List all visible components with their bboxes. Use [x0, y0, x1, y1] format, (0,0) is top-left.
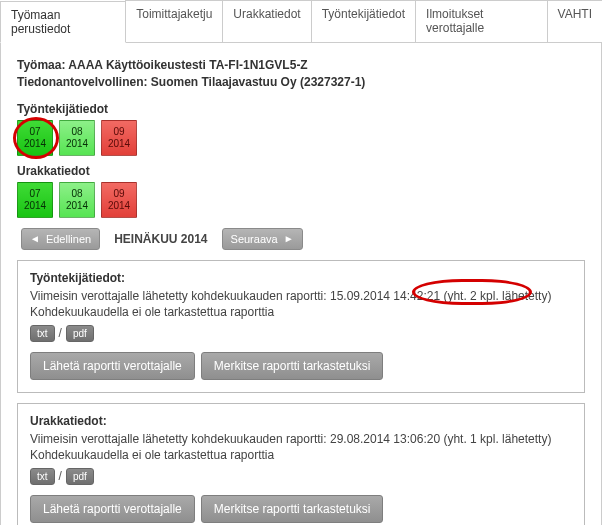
tab-0[interactable]: Työmaan perustiedot — [0, 1, 126, 43]
box-line-2: Kohdekuukaudella ei ole tarkastettua rap… — [30, 448, 572, 462]
pdf-button[interactable]: pdf — [66, 468, 94, 485]
txt-button[interactable]: txt — [30, 468, 55, 485]
month-tile[interactable]: 072014 — [17, 120, 53, 156]
mark-reviewed-button[interactable]: Merkitse raportti tarkastetuksi — [201, 495, 384, 523]
current-month: HEINÄKUU 2014 — [114, 232, 207, 246]
box-line-2: Kohdekuukaudella ei ole tarkastettua rap… — [30, 305, 572, 319]
sent-count: yht. 2 kpl. lähetetty — [447, 289, 547, 303]
tile-month: 07 — [29, 127, 40, 137]
pdf-button[interactable]: pdf — [66, 325, 94, 342]
month-tile[interactable]: 082014 — [59, 182, 95, 218]
line-pre: Viimeisin verottajalle lähetetty kohdeku… — [30, 289, 447, 303]
worker-section-label: Työntekijätiedot — [17, 102, 585, 116]
tab-4[interactable]: Ilmoitukset verottajalle — [415, 0, 547, 42]
tile-month: 09 — [113, 127, 124, 137]
month-nav: ◄ Edellinen HEINÄKUU 2014 Seuraava ► — [21, 228, 585, 250]
site-title: Työmaa: AAAA Käyttöoikeustesti TA-FI-1N1… — [17, 57, 585, 74]
month-tile[interactable]: 082014 — [59, 120, 95, 156]
box-title: Työntekijätiedot: — [30, 271, 572, 285]
send-report-button[interactable]: Lähetä raportti verottajalle — [30, 495, 195, 523]
tile-year: 2014 — [24, 201, 46, 211]
line-post: ) — [547, 289, 551, 303]
tab-1[interactable]: Toimittajaketju — [125, 0, 223, 42]
box-title: Urakkatiedot: — [30, 414, 572, 428]
tab-bar: Työmaan perustiedotToimittajaketjuUrakka… — [0, 0, 602, 43]
box-line-1: Viimeisin verottajalle lähetetty kohdeku… — [30, 289, 572, 303]
month-tile[interactable]: 092014 — [101, 182, 137, 218]
next-button[interactable]: Seuraava ► — [222, 228, 303, 250]
main-panel: Työmaa: AAAA Käyttöoikeustesti TA-FI-1N1… — [0, 43, 602, 525]
tile-year: 2014 — [66, 201, 88, 211]
contract-tiles: 072014082014092014 — [17, 182, 585, 218]
send-report-button[interactable]: Lähetä raportti verottajalle — [30, 352, 195, 380]
txt-button[interactable]: txt — [30, 325, 55, 342]
box-line-1: Viimeisin verottajalle lähetetty kohdeku… — [30, 432, 572, 446]
format-row: txt / pdf — [30, 325, 572, 342]
slash-icon: / — [59, 326, 62, 340]
tile-month: 09 — [113, 189, 124, 199]
tile-month: 08 — [71, 127, 82, 137]
month-tile[interactable]: 072014 — [17, 182, 53, 218]
slash-icon: / — [59, 469, 62, 483]
tile-year: 2014 — [108, 201, 130, 211]
report-box-1: Urakkatiedot:Viimeisin verottajalle lähe… — [17, 403, 585, 525]
site-header: Työmaa: AAAA Käyttöoikeustesti TA-FI-1N1… — [17, 57, 585, 92]
chevron-right-icon: ► — [284, 233, 294, 244]
worker-tiles: 072014082014092014 — [17, 120, 585, 156]
tile-year: 2014 — [108, 139, 130, 149]
mark-reviewed-button[interactable]: Merkitse raportti tarkastetuksi — [201, 352, 384, 380]
prev-label: Edellinen — [46, 233, 91, 245]
month-tile[interactable]: 092014 — [101, 120, 137, 156]
format-row: txt / pdf — [30, 468, 572, 485]
tile-year: 2014 — [66, 139, 88, 149]
tile-month: 07 — [29, 189, 40, 199]
report-box-0: Työntekijätiedot:Viimeisin verottajalle … — [17, 260, 585, 393]
tile-year: 2014 — [24, 139, 46, 149]
tile-month: 08 — [71, 189, 82, 199]
chevron-left-icon: ◄ — [30, 233, 40, 244]
tab-2[interactable]: Urakkatiedot — [222, 0, 311, 42]
prev-button[interactable]: ◄ Edellinen — [21, 228, 100, 250]
line-pre: Viimeisin verottajalle lähetetty kohdeku… — [30, 432, 551, 446]
tab-5[interactable]: VAHTI — [547, 0, 602, 42]
contract-section-label: Urakkatiedot — [17, 164, 585, 178]
tab-3[interactable]: Työntekijätiedot — [311, 0, 416, 42]
next-label: Seuraava — [231, 233, 278, 245]
site-subtitle: Tiedonantovelvollinen: Suomen Tilaajavas… — [17, 74, 585, 91]
